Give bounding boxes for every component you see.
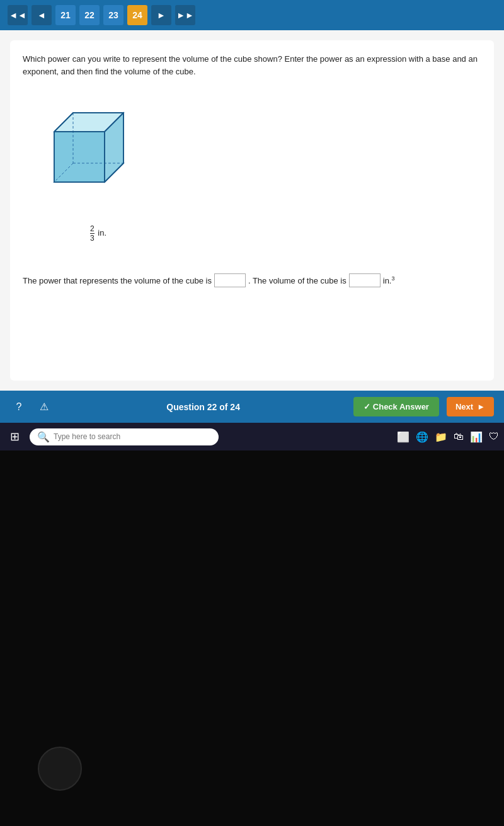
- page-23[interactable]: 23: [103, 5, 123, 25]
- answer-row: The power that represents the volume of …: [23, 273, 481, 289]
- help-button[interactable]: ?: [10, 398, 28, 416]
- back-button[interactable]: ◄: [32, 5, 52, 25]
- browser-icon[interactable]: 🌐: [416, 431, 428, 443]
- cube-illustration: 2 3 in.: [35, 94, 161, 242]
- volume-input[interactable]: [349, 273, 381, 287]
- file-icon[interactable]: 📁: [435, 431, 447, 443]
- question-card: Which power can you write to represent t…: [10, 40, 494, 381]
- cube-unit: in.: [98, 228, 106, 238]
- rewind-button[interactable]: ◄◄: [8, 5, 28, 25]
- start-button[interactable]: ⊞: [5, 427, 25, 446]
- next-button[interactable]: Next ►: [447, 397, 494, 416]
- laptop-circle: [38, 747, 82, 791]
- store-icon[interactable]: 🛍: [454, 431, 464, 442]
- answer-label-part2: . The volume of the cube is: [248, 273, 346, 288]
- cube-dimension-label: 2 3 in.: [35, 225, 161, 242]
- power-input[interactable]: [214, 273, 246, 287]
- fraction-numerator: 2: [90, 225, 94, 234]
- next-label: Next: [455, 402, 473, 411]
- warning-button[interactable]: ⚠: [35, 398, 53, 416]
- taskbar: ⊞ 🔍 ⬜ 🌐 📁 🛍 📊 🛡: [0, 423, 504, 450]
- page-24[interactable]: 24: [127, 5, 147, 25]
- navigation-bar: ◄◄ ◄ 21 22 23 24 ► ►►: [0, 0, 504, 30]
- page-21[interactable]: 21: [55, 5, 76, 25]
- search-input[interactable]: [54, 432, 211, 441]
- task-view-icon[interactable]: ⬜: [397, 431, 410, 443]
- answer-label-part1: The power that represents the volume of …: [23, 273, 212, 288]
- answer-suffix: in.3: [383, 273, 395, 289]
- question-text: Which power can you write to represent t…: [23, 53, 481, 77]
- search-icon: 🔍: [37, 431, 50, 443]
- check-answer-label: ✓ Check Answer: [364, 402, 429, 411]
- app-icon[interactable]: 📊: [470, 431, 483, 443]
- cube-svg: [35, 94, 161, 220]
- question-info: Question 22 of 24: [60, 402, 346, 412]
- cube-fraction: 2 3: [90, 225, 94, 242]
- shield-icon[interactable]: 🛡: [489, 431, 499, 442]
- fraction-denominator: 3: [90, 234, 94, 242]
- forward-button[interactable]: ►: [151, 5, 171, 25]
- check-answer-button[interactable]: ✓ Check Answer: [353, 397, 439, 416]
- svg-marker-1: [54, 132, 105, 182]
- search-box[interactable]: 🔍: [30, 428, 219, 445]
- bottom-bar: ? ⚠ Question 22 of 24 ✓ Check Answer Nex…: [0, 391, 504, 423]
- laptop-dark-area: [0, 450, 504, 826]
- next-arrow-icon: ►: [477, 402, 485, 411]
- main-content: Which power can you write to represent t…: [0, 30, 504, 391]
- fast-forward-button[interactable]: ►►: [175, 5, 195, 25]
- page-22[interactable]: 22: [79, 5, 100, 25]
- taskbar-icons: ⬜ 🌐 📁 🛍 📊 🛡: [397, 431, 499, 443]
